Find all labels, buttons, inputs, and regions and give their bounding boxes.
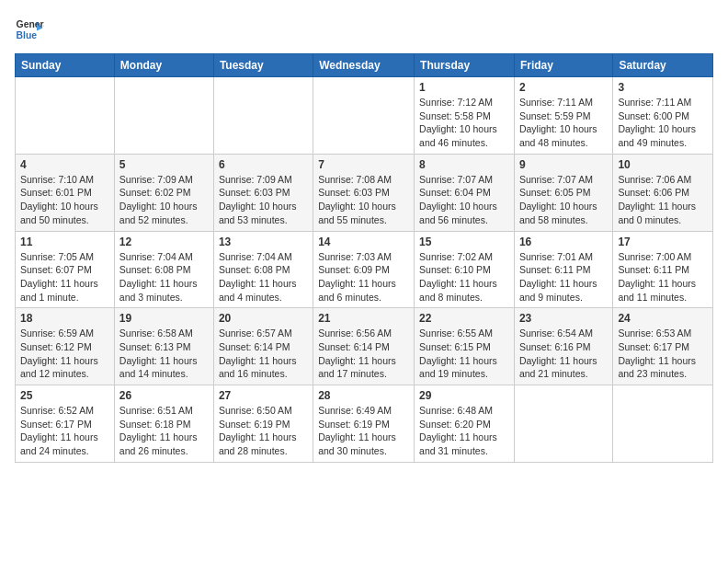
day-info: Sunrise: 7:08 AM Sunset: 6:03 PM Dayligh… [318,173,409,227]
day-number: 25 [20,389,109,402]
day-number: 13 [219,236,308,248]
day-number: 22 [419,312,509,325]
day-info: Sunrise: 7:01 AM Sunset: 6:11 PM Dayligh… [519,250,608,304]
day-info: Sunrise: 7:06 AM Sunset: 6:06 PM Dayligh… [618,173,708,227]
day-number: 14 [318,236,409,248]
day-number: 12 [119,236,209,248]
calendar-cell: 17Sunrise: 7:00 AM Sunset: 6:11 PM Dayli… [613,231,713,308]
calendar-cell: 22Sunrise: 6:55 AM Sunset: 6:15 PM Dayli… [415,308,515,385]
day-info: Sunrise: 7:07 AM Sunset: 6:05 PM Dayligh… [519,173,608,227]
calendar-cell: 7Sunrise: 7:08 AM Sunset: 6:03 PM Daylig… [313,154,415,231]
day-number: 23 [519,312,608,325]
calendar-week-row: 11Sunrise: 7:05 AM Sunset: 6:07 PM Dayli… [16,231,713,308]
day-info: Sunrise: 7:11 AM Sunset: 5:59 PM Dayligh… [519,96,608,150]
day-info: Sunrise: 6:59 AM Sunset: 6:12 PM Dayligh… [20,327,109,381]
day-number: 29 [419,389,509,402]
day-info: Sunrise: 6:58 AM Sunset: 6:13 PM Dayligh… [119,327,209,381]
day-info: Sunrise: 7:04 AM Sunset: 6:08 PM Dayligh… [219,250,308,304]
day-info: Sunrise: 6:56 AM Sunset: 6:14 PM Dayligh… [318,327,409,381]
day-info: Sunrise: 6:51 AM Sunset: 6:18 PM Dayligh… [119,404,209,458]
calendar-cell [114,77,213,155]
day-number: 10 [618,158,708,171]
day-info: Sunrise: 7:07 AM Sunset: 6:04 PM Dayligh… [419,173,509,227]
day-number: 27 [219,389,308,402]
column-header-wednesday: Wednesday [313,54,415,77]
calendar-table: SundayMondayTuesdayWednesdayThursdayFrid… [15,53,713,463]
calendar-cell: 21Sunrise: 6:56 AM Sunset: 6:14 PM Dayli… [313,308,415,385]
day-number: 28 [318,389,409,402]
calendar-cell: 9Sunrise: 7:07 AM Sunset: 6:05 PM Daylig… [514,154,612,231]
calendar-cell: 24Sunrise: 6:53 AM Sunset: 6:17 PM Dayli… [613,308,713,385]
day-number: 21 [318,312,409,325]
calendar-cell [313,77,415,155]
calendar-week-row: 4Sunrise: 7:10 AM Sunset: 6:01 PM Daylig… [16,154,713,231]
calendar-cell: 13Sunrise: 7:04 AM Sunset: 6:08 PM Dayli… [213,231,313,308]
day-info: Sunrise: 6:54 AM Sunset: 6:16 PM Dayligh… [519,327,608,381]
day-number: 17 [618,236,708,248]
calendar-cell: 12Sunrise: 7:04 AM Sunset: 6:08 PM Dayli… [114,231,213,308]
day-info: Sunrise: 6:55 AM Sunset: 6:15 PM Dayligh… [419,327,509,381]
calendar-cell: 5Sunrise: 7:09 AM Sunset: 6:02 PM Daylig… [114,154,213,231]
day-number: 5 [119,158,209,171]
page-header: General Blue [15,15,713,44]
column-header-thursday: Thursday [415,54,515,77]
logo: General Blue [15,15,44,44]
day-number: 20 [219,312,308,325]
calendar-cell: 10Sunrise: 7:06 AM Sunset: 6:06 PM Dayli… [613,154,713,231]
day-info: Sunrise: 7:00 AM Sunset: 6:11 PM Dayligh… [618,250,708,304]
calendar-cell: 11Sunrise: 7:05 AM Sunset: 6:07 PM Dayli… [16,231,115,308]
calendar-cell: 29Sunrise: 6:48 AM Sunset: 6:20 PM Dayli… [415,385,515,463]
calendar-cell: 2Sunrise: 7:11 AM Sunset: 5:59 PM Daylig… [514,77,612,155]
calendar-cell [16,77,115,155]
day-info: Sunrise: 6:57 AM Sunset: 6:14 PM Dayligh… [219,327,308,381]
day-number: 7 [318,158,409,171]
column-header-sunday: Sunday [16,54,115,77]
calendar-cell [613,385,713,463]
day-info: Sunrise: 7:03 AM Sunset: 6:09 PM Dayligh… [318,250,409,304]
day-number: 2 [519,81,608,94]
day-info: Sunrise: 7:11 AM Sunset: 6:00 PM Dayligh… [618,96,708,150]
column-header-saturday: Saturday [613,54,713,77]
day-number: 19 [119,312,209,325]
column-header-friday: Friday [514,54,612,77]
day-info: Sunrise: 7:12 AM Sunset: 5:58 PM Dayligh… [419,96,509,150]
day-number: 11 [20,236,109,248]
day-info: Sunrise: 6:50 AM Sunset: 6:19 PM Dayligh… [219,404,308,458]
day-info: Sunrise: 6:48 AM Sunset: 6:20 PM Dayligh… [419,404,509,458]
day-number: 8 [419,158,509,171]
calendar-cell: 6Sunrise: 7:09 AM Sunset: 6:03 PM Daylig… [213,154,313,231]
calendar-week-row: 25Sunrise: 6:52 AM Sunset: 6:17 PM Dayli… [16,385,713,463]
calendar-cell: 20Sunrise: 6:57 AM Sunset: 6:14 PM Dayli… [213,308,313,385]
calendar-cell: 4Sunrise: 7:10 AM Sunset: 6:01 PM Daylig… [16,154,115,231]
day-number: 6 [219,158,308,171]
calendar-cell: 23Sunrise: 6:54 AM Sunset: 6:16 PM Dayli… [514,308,612,385]
calendar-cell: 16Sunrise: 7:01 AM Sunset: 6:11 PM Dayli… [514,231,612,308]
calendar-cell: 18Sunrise: 6:59 AM Sunset: 6:12 PM Dayli… [16,308,115,385]
day-info: Sunrise: 7:09 AM Sunset: 6:03 PM Dayligh… [219,173,308,227]
column-header-tuesday: Tuesday [213,54,313,77]
calendar-cell: 27Sunrise: 6:50 AM Sunset: 6:19 PM Dayli… [213,385,313,463]
logo-icon: General Blue [15,15,44,44]
calendar-header-row: SundayMondayTuesdayWednesdayThursdayFrid… [16,54,713,77]
day-number: 16 [519,236,608,248]
day-info: Sunrise: 6:52 AM Sunset: 6:17 PM Dayligh… [20,404,109,458]
calendar-cell: 3Sunrise: 7:11 AM Sunset: 6:00 PM Daylig… [613,77,713,155]
column-header-monday: Monday [114,54,213,77]
svg-text:Blue: Blue [17,30,38,40]
calendar-cell [213,77,313,155]
calendar-cell: 14Sunrise: 7:03 AM Sunset: 6:09 PM Dayli… [313,231,415,308]
day-number: 18 [20,312,109,325]
calendar-cell: 26Sunrise: 6:51 AM Sunset: 6:18 PM Dayli… [114,385,213,463]
day-number: 15 [419,236,509,248]
calendar-cell: 19Sunrise: 6:58 AM Sunset: 6:13 PM Dayli… [114,308,213,385]
day-number: 1 [419,81,509,94]
calendar-cell: 25Sunrise: 6:52 AM Sunset: 6:17 PM Dayli… [16,385,115,463]
day-number: 4 [20,158,109,171]
day-info: Sunrise: 7:10 AM Sunset: 6:01 PM Dayligh… [20,173,109,227]
day-info: Sunrise: 6:53 AM Sunset: 6:17 PM Dayligh… [618,327,708,381]
day-info: Sunrise: 7:04 AM Sunset: 6:08 PM Dayligh… [119,250,209,304]
day-number: 3 [618,81,708,94]
day-number: 24 [618,312,708,325]
calendar-cell [514,385,612,463]
calendar-week-row: 18Sunrise: 6:59 AM Sunset: 6:12 PM Dayli… [16,308,713,385]
